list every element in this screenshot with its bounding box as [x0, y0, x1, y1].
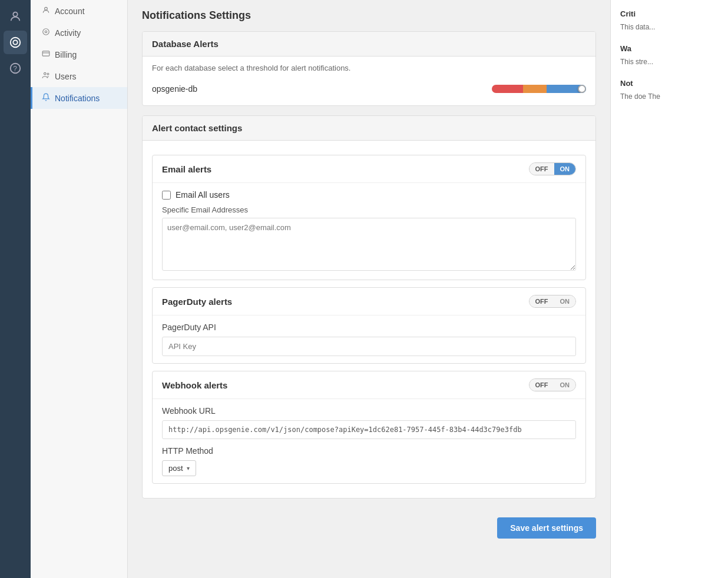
right-section-notification-text: The doe The [620, 91, 719, 102]
right-panel-notification: Not The doe The [620, 79, 719, 102]
right-section-critical-text: This data... [620, 22, 719, 32]
email-alerts-header-row: Email alerts OFF ON [153, 155, 585, 182]
svg-point-5 [45, 7, 48, 10]
bar-orange [523, 85, 547, 93]
http-method-label: HTTP Method [162, 446, 576, 456]
save-alert-settings-button[interactable]: Save alert settings [497, 517, 596, 539]
specific-emails-textarea[interactable] [162, 218, 576, 271]
bar-handle[interactable] [578, 85, 586, 93]
svg-rect-8 [42, 51, 49, 56]
email-alerts-body: Email All users Specific Email Addresses [153, 182, 585, 280]
email-all-users-label: Email All users [176, 190, 230, 200]
database-alerts-card: Database Alerts For each database select… [142, 31, 596, 106]
sidebar-item-notifications[interactable]: Notifications [31, 87, 127, 109]
page-title: Notifications Settings [142, 9, 596, 22]
svg-point-1 [11, 38, 21, 48]
db-name: opsgenie-db [152, 84, 197, 94]
webhook-toggle-on[interactable]: ON [554, 379, 576, 391]
db-description: For each database select a threshold for… [152, 64, 586, 72]
webhook-toggle-off[interactable]: OFF [530, 379, 554, 391]
users-icon [42, 71, 50, 81]
alert-contact-header: Alert contact settings [143, 116, 595, 141]
pagerduty-toggle-group[interactable]: OFF ON [529, 295, 577, 308]
db-row: opsgenie-db [152, 79, 586, 98]
sidebar-item-users-label: Users [55, 72, 77, 81]
pagerduty-toggle-on[interactable]: ON [554, 295, 576, 307]
email-toggle-off[interactable]: OFF [530, 163, 554, 175]
http-method-value: post [168, 464, 183, 473]
svg-point-2 [13, 40, 17, 44]
http-method-select[interactable]: post ▾ [162, 460, 196, 476]
sidebar-item-activity[interactable]: Activity [31, 22, 127, 44]
activity-nav-icon [42, 28, 50, 38]
help-icon-btn[interactable]: ? [4, 57, 27, 80]
right-section-notification-title: Not [620, 79, 719, 88]
right-panel-critical: Criti This data... [620, 9, 719, 32]
pagerduty-alerts-body: PagerDuty API [153, 315, 585, 363]
sidebar-item-billing-label: Billing [55, 50, 77, 59]
sidebar-item-account[interactable]: Account [31, 0, 127, 22]
sidebar-item-account-label: Account [55, 6, 85, 16]
svg-text:?: ? [13, 65, 17, 73]
sidebar-item-notifications-label: Notifications [55, 94, 100, 103]
webhook-url-label: Webhook URL [162, 406, 576, 416]
sidebar-item-activity-label: Activity [55, 28, 81, 38]
sidebar-item-billing[interactable]: Billing [31, 44, 127, 65]
right-panel-warning: Wa This stre... [620, 44, 719, 67]
sidebar-icon-strip: ? [0, 0, 31, 578]
right-section-critical-title: Criti [620, 9, 719, 18]
svg-point-7 [45, 31, 47, 33]
notifications-icon [42, 93, 50, 103]
pagerduty-alerts-section: PagerDuty alerts OFF ON PagerDuty API [152, 287, 586, 364]
database-alerts-header: Database Alerts [143, 32, 595, 57]
svg-point-11 [47, 73, 49, 75]
pagerduty-api-label: PagerDuty API [162, 323, 576, 332]
main-content: Notifications Settings Database Alerts F… [128, 0, 610, 578]
bar-red [492, 85, 523, 93]
right-panel: Criti This data... Wa This stre... Not T… [610, 0, 728, 578]
account-icon [42, 6, 50, 16]
threshold-bar[interactable] [492, 85, 586, 93]
webhook-alerts-title: Webhook alerts [162, 380, 227, 390]
save-bar: Save alert settings [142, 508, 596, 543]
avatar-icon-btn[interactable] [4, 5, 27, 28]
email-alerts-section: Email alerts OFF ON Email All users Spec… [152, 155, 586, 280]
sidebar-item-users[interactable]: Users [31, 65, 127, 87]
pagerduty-toggle-off[interactable]: OFF [530, 295, 554, 307]
alert-contact-body: Email alerts OFF ON Email All users Spec… [143, 141, 595, 498]
email-alerts-title: Email alerts [162, 164, 211, 174]
svg-point-6 [43, 29, 49, 35]
pagerduty-alerts-title: PagerDuty alerts [162, 297, 232, 307]
billing-icon [42, 49, 50, 59]
right-section-warning-title: Wa [620, 44, 719, 53]
chevron-down-icon: ▾ [187, 465, 190, 471]
email-all-users-checkbox[interactable] [162, 191, 171, 200]
threshold-bar-container[interactable] [492, 85, 586, 93]
pagerduty-api-key-input[interactable] [162, 337, 576, 356]
right-section-warning-text: This stre... [620, 57, 719, 67]
email-all-users-row: Email All users [162, 190, 576, 200]
database-alerts-body: For each database select a threshold for… [143, 57, 595, 105]
specific-emails-label: Specific Email Addresses [162, 205, 576, 214]
webhook-alerts-section: Webhook alerts OFF ON Webhook URL http:/… [152, 371, 586, 484]
webhook-url-input[interactable]: http://api.opsgenie.com/v1/json/compose?… [162, 420, 576, 439]
email-toggle-on[interactable]: ON [554, 163, 576, 175]
alert-contact-card: Alert contact settings Email alerts OFF … [142, 115, 596, 499]
svg-point-10 [44, 72, 47, 75]
sidebar-nav: Account Activity Billing Users Notificat… [31, 0, 128, 578]
activity-icon-btn[interactable] [4, 31, 27, 54]
email-toggle-group[interactable]: OFF ON [529, 162, 577, 175]
svg-point-0 [13, 12, 17, 16]
webhook-toggle-group[interactable]: OFF ON [529, 378, 577, 391]
webhook-alerts-body: Webhook URL http://api.opsgenie.com/v1/j… [153, 398, 585, 483]
pagerduty-alerts-header-row: PagerDuty alerts OFF ON [153, 288, 585, 315]
webhook-alerts-header-row: Webhook alerts OFF ON [153, 371, 585, 398]
